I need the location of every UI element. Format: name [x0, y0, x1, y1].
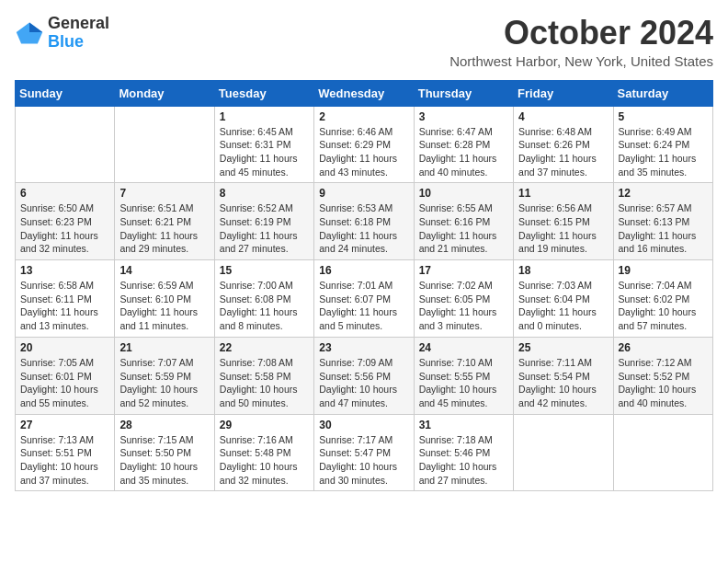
calendar-week-row: 27Sunrise: 7:13 AM Sunset: 5:51 PM Dayli…: [16, 414, 713, 491]
day-number: 1: [220, 110, 309, 123]
day-number: 31: [419, 419, 508, 431]
day-info: Sunrise: 6:46 AM Sunset: 6:29 PM Dayligh…: [319, 125, 408, 179]
calendar-day-cell: 8Sunrise: 6:52 AM Sunset: 6:19 PM Daylig…: [214, 183, 313, 260]
day-of-week-header: Saturday: [613, 80, 712, 106]
day-of-week-header: Tuesday: [214, 80, 313, 106]
day-info: Sunrise: 6:55 AM Sunset: 6:16 PM Dayligh…: [419, 201, 508, 256]
calendar-day-cell: 6Sunrise: 6:50 AM Sunset: 6:23 PM Daylig…: [16, 183, 115, 260]
day-of-week-header: Wednesday: [314, 80, 414, 106]
calendar-day-cell: 23Sunrise: 7:09 AM Sunset: 5:56 PM Dayli…: [314, 337, 414, 414]
day-of-week-header: Sunday: [16, 80, 115, 106]
header-row: SundayMondayTuesdayWednesdayThursdayFrid…: [16, 80, 713, 106]
day-number: 9: [319, 187, 408, 200]
day-info: Sunrise: 7:16 AM Sunset: 5:48 PM Dayligh…: [220, 433, 309, 488]
day-info: Sunrise: 7:05 AM Sunset: 6:01 PM Dayligh…: [20, 356, 109, 410]
calendar-day-cell: 18Sunrise: 7:03 AM Sunset: 6:04 PM Dayli…: [514, 260, 613, 338]
calendar-day-cell: 14Sunrise: 6:59 AM Sunset: 6:10 PM Dayli…: [115, 260, 214, 338]
logo: General Blue: [15, 15, 109, 52]
calendar-week-row: 20Sunrise: 7:05 AM Sunset: 6:01 PM Dayli…: [16, 337, 713, 414]
day-info: Sunrise: 7:03 AM Sunset: 6:04 PM Dayligh…: [518, 279, 608, 333]
day-number: 28: [119, 419, 209, 431]
calendar-day-cell: 28Sunrise: 7:15 AM Sunset: 5:50 PM Dayli…: [115, 414, 214, 491]
logo-icon: [15, 20, 44, 46]
day-info: Sunrise: 7:01 AM Sunset: 6:07 PM Dayligh…: [319, 279, 408, 333]
day-number: 15: [220, 264, 309, 277]
day-number: 26: [619, 341, 708, 354]
calendar-day-cell: 26Sunrise: 7:12 AM Sunset: 5:52 PM Dayli…: [613, 337, 712, 414]
calendar-day-cell: 4Sunrise: 6:48 AM Sunset: 6:26 PM Daylig…: [514, 106, 613, 183]
day-number: 11: [518, 187, 608, 200]
page-header: General Blue October 2024 Northwest Harb…: [15, 15, 713, 69]
calendar-table: SundayMondayTuesdayWednesdayThursdayFrid…: [15, 80, 713, 492]
calendar-day-cell: [16, 106, 115, 183]
day-info: Sunrise: 6:53 AM Sunset: 6:18 PM Dayligh…: [319, 201, 408, 256]
calendar-day-cell: 22Sunrise: 7:08 AM Sunset: 5:58 PM Dayli…: [214, 337, 313, 414]
day-number: 2: [319, 110, 408, 123]
calendar-day-cell: 5Sunrise: 6:49 AM Sunset: 6:24 PM Daylig…: [613, 106, 712, 183]
day-number: 25: [518, 341, 608, 354]
svg-marker-1: [29, 22, 42, 32]
calendar-day-cell: 31Sunrise: 7:18 AM Sunset: 5:46 PM Dayli…: [414, 414, 513, 491]
day-number: 5: [619, 110, 708, 123]
day-info: Sunrise: 7:00 AM Sunset: 6:08 PM Dayligh…: [220, 279, 309, 333]
day-number: 3: [419, 110, 508, 123]
day-of-week-header: Friday: [514, 80, 613, 106]
title-block: October 2024 Northwest Harbor, New York,…: [449, 15, 713, 69]
calendar-week-row: 13Sunrise: 6:58 AM Sunset: 6:11 PM Dayli…: [16, 260, 713, 338]
day-number: 10: [419, 187, 508, 200]
calendar-day-cell: [514, 414, 613, 491]
calendar-day-cell: 27Sunrise: 7:13 AM Sunset: 5:51 PM Dayli…: [16, 414, 115, 491]
month-title: October 2024: [449, 15, 713, 52]
day-info: Sunrise: 7:17 AM Sunset: 5:47 PM Dayligh…: [319, 433, 408, 488]
calendar-day-cell: 13Sunrise: 6:58 AM Sunset: 6:11 PM Dayli…: [16, 260, 115, 338]
day-info: Sunrise: 6:49 AM Sunset: 6:24 PM Dayligh…: [619, 125, 708, 179]
day-number: 18: [518, 264, 608, 277]
day-number: 6: [20, 187, 109, 200]
day-info: Sunrise: 7:02 AM Sunset: 6:05 PM Dayligh…: [419, 279, 508, 333]
day-info: Sunrise: 7:04 AM Sunset: 6:02 PM Dayligh…: [619, 279, 708, 333]
calendar-week-row: 6Sunrise: 6:50 AM Sunset: 6:23 PM Daylig…: [16, 183, 713, 260]
calendar-day-cell: 16Sunrise: 7:01 AM Sunset: 6:07 PM Dayli…: [314, 260, 414, 338]
day-number: 19: [619, 264, 708, 277]
day-info: Sunrise: 7:18 AM Sunset: 5:46 PM Dayligh…: [419, 433, 508, 488]
day-info: Sunrise: 6:45 AM Sunset: 6:31 PM Dayligh…: [220, 125, 309, 179]
day-of-week-header: Monday: [115, 80, 214, 106]
calendar-day-cell: 10Sunrise: 6:55 AM Sunset: 6:16 PM Dayli…: [414, 183, 513, 260]
day-info: Sunrise: 6:59 AM Sunset: 6:10 PM Dayligh…: [119, 279, 209, 333]
calendar-week-row: 1Sunrise: 6:45 AM Sunset: 6:31 PM Daylig…: [16, 106, 713, 183]
day-number: 27: [20, 419, 109, 431]
calendar-day-cell: [613, 414, 712, 491]
day-number: 22: [220, 341, 309, 354]
day-info: Sunrise: 7:12 AM Sunset: 5:52 PM Dayligh…: [619, 356, 708, 410]
day-info: Sunrise: 6:48 AM Sunset: 6:26 PM Dayligh…: [518, 125, 608, 179]
day-number: 30: [319, 419, 408, 431]
day-info: Sunrise: 7:13 AM Sunset: 5:51 PM Dayligh…: [20, 433, 109, 488]
day-number: 29: [220, 419, 309, 431]
day-number: 12: [619, 187, 708, 200]
day-number: 24: [419, 341, 508, 354]
day-number: 13: [20, 264, 109, 277]
day-number: 14: [119, 264, 209, 277]
calendar-day-cell: [115, 106, 214, 183]
calendar-day-cell: 24Sunrise: 7:10 AM Sunset: 5:55 PM Dayli…: [414, 337, 513, 414]
calendar-day-cell: 3Sunrise: 6:47 AM Sunset: 6:28 PM Daylig…: [414, 106, 513, 183]
day-info: Sunrise: 6:47 AM Sunset: 6:28 PM Dayligh…: [419, 125, 508, 179]
day-info: Sunrise: 6:52 AM Sunset: 6:19 PM Dayligh…: [220, 201, 309, 256]
calendar-day-cell: 25Sunrise: 7:11 AM Sunset: 5:54 PM Dayli…: [514, 337, 613, 414]
logo-blue-text: Blue: [48, 32, 84, 51]
logo-general-text: General: [48, 14, 109, 32]
day-number: 8: [220, 187, 309, 200]
day-number: 4: [518, 110, 608, 123]
day-info: Sunrise: 6:57 AM Sunset: 6:13 PM Dayligh…: [619, 201, 708, 256]
day-info: Sunrise: 6:50 AM Sunset: 6:23 PM Dayligh…: [20, 201, 109, 256]
day-number: 23: [319, 341, 408, 354]
day-info: Sunrise: 7:08 AM Sunset: 5:58 PM Dayligh…: [220, 356, 309, 410]
calendar-day-cell: 20Sunrise: 7:05 AM Sunset: 6:01 PM Dayli…: [16, 337, 115, 414]
day-of-week-header: Thursday: [414, 80, 513, 106]
day-number: 17: [419, 264, 508, 277]
day-info: Sunrise: 7:09 AM Sunset: 5:56 PM Dayligh…: [319, 356, 408, 410]
calendar-day-cell: 19Sunrise: 7:04 AM Sunset: 6:02 PM Dayli…: [613, 260, 712, 338]
day-number: 16: [319, 264, 408, 277]
calendar-day-cell: 15Sunrise: 7:00 AM Sunset: 6:08 PM Dayli…: [214, 260, 313, 338]
day-info: Sunrise: 7:11 AM Sunset: 5:54 PM Dayligh…: [518, 356, 608, 410]
